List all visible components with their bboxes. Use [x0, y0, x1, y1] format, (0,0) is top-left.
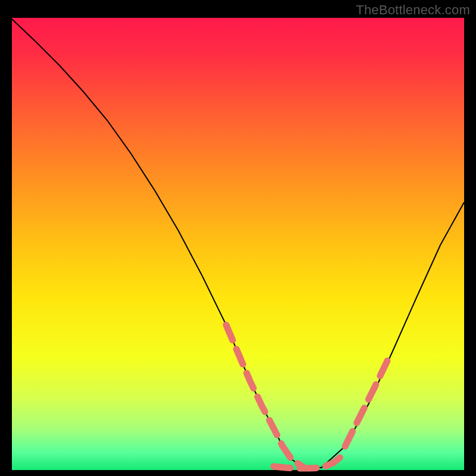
plot-background — [12, 18, 464, 470]
watermark-text: TheBottleneck.com — [356, 2, 470, 18]
chart-frame: TheBottleneck.com — [0, 0, 476, 476]
bottleneck-chart — [0, 0, 476, 476]
